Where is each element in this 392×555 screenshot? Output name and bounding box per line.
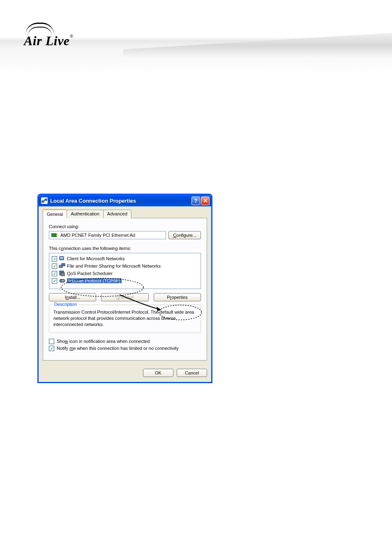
- connect-using-label: Connect using:: [49, 224, 201, 229]
- description-text: Transmission Control Protocol/Internet P…: [53, 309, 196, 328]
- fileprint-icon: [59, 263, 65, 269]
- cancel-button[interactable]: Cancel: [177, 369, 207, 377]
- properties-button[interactable]: Properties: [154, 293, 201, 301]
- list-item[interactable]: ✓ File and Printer Sharing for Microsoft…: [52, 262, 198, 270]
- list-item[interactable]: ✓ Client for Microsoft Networks: [52, 255, 198, 262]
- logo: Air Live®: [24, 23, 74, 49]
- checkbox-icon[interactable]: ✓: [52, 264, 57, 269]
- logo-text: Air Live: [24, 33, 70, 48]
- adapter-field: AMD PCNET Family PCI Ethernet Ad: [49, 231, 166, 239]
- help-button[interactable]: ?: [191, 197, 200, 205]
- uninstall-button: Uninstall: [101, 293, 148, 301]
- checkbox-icon[interactable]: ✓: [49, 339, 54, 344]
- list-item[interactable]: ✓ QoS Packet Scheduler: [52, 270, 198, 277]
- tab-general[interactable]: General: [43, 209, 67, 218]
- close-button[interactable]: ✕: [201, 197, 210, 205]
- tab-advanced[interactable]: Advanced: [103, 210, 131, 218]
- ok-button[interactable]: OK: [143, 369, 173, 377]
- tcpip-icon: [59, 278, 65, 284]
- tab-strip: General Authentication Advanced: [43, 210, 207, 218]
- description-group: Description Transmission Control Protoco…: [49, 305, 201, 333]
- show-icon-label: Show icon in notification area when conn…: [57, 339, 150, 344]
- item-label: Internet Protocol (TCP/IP): [67, 278, 122, 283]
- svg-rect-3: [51, 234, 56, 237]
- svg-rect-5: [56, 236, 58, 236]
- client-icon: [59, 255, 65, 262]
- properties-dialog: Local Area Connection Properties ? ✕ Gen…: [37, 194, 212, 383]
- svg-line-2: [44, 200, 45, 201]
- logo-reg: ®: [70, 33, 74, 39]
- items-label: This connection uses the following items…: [49, 246, 201, 251]
- notify-row[interactable]: ✓ Notify me when this connection has lim…: [49, 346, 201, 351]
- adapter-name: AMD PCNET Family PCI Ethernet Ad: [60, 233, 135, 238]
- notify-label: Notify me when this connection has limit…: [57, 346, 179, 351]
- dialog-body: General Authentication Advanced Connect …: [39, 206, 211, 365]
- titlebar[interactable]: Local Area Connection Properties ? ✕: [39, 195, 211, 206]
- checkbox-icon[interactable]: ✓: [52, 278, 57, 284]
- adapter-icon: [51, 233, 58, 238]
- svg-rect-4: [56, 234, 58, 235]
- svg-rect-1: [45, 199, 47, 201]
- qos-icon: [59, 270, 65, 277]
- connection-items-list[interactable]: ✓ Client for Microsoft Networks ✓ File a…: [49, 253, 201, 289]
- tab-pane-general: Connect using: AMD PCNET Family PCI Ethe…: [43, 218, 207, 361]
- svg-rect-7: [60, 257, 63, 259]
- network-icon: [41, 197, 48, 204]
- item-label: QoS Packet Scheduler: [67, 271, 113, 276]
- install-button[interactable]: Install...: [49, 293, 96, 301]
- configure-button[interactable]: Configure...: [168, 231, 201, 239]
- checkbox-icon[interactable]: ✓: [52, 256, 57, 261]
- item-label: File and Printer Sharing for Microsoft N…: [67, 264, 161, 268]
- item-label: Client for Microsoft Networks: [67, 256, 125, 261]
- show-icon-row[interactable]: ✓ Show icon in notification area when co…: [49, 339, 201, 344]
- description-title: Description: [53, 302, 78, 307]
- checkbox-icon[interactable]: ✓: [52, 271, 57, 276]
- tab-authentication[interactable]: Authentication: [67, 210, 104, 218]
- dialog-footer: OK Cancel: [39, 365, 211, 382]
- dialog-title: Local Area Connection Properties: [50, 198, 191, 204]
- svg-rect-9: [62, 264, 65, 266]
- svg-rect-0: [42, 201, 44, 202]
- list-item-selected[interactable]: ✓ Internet Protocol (TCP/IP): [52, 277, 198, 284]
- svg-rect-11: [61, 273, 65, 276]
- checkbox-icon[interactable]: ✓: [49, 346, 54, 351]
